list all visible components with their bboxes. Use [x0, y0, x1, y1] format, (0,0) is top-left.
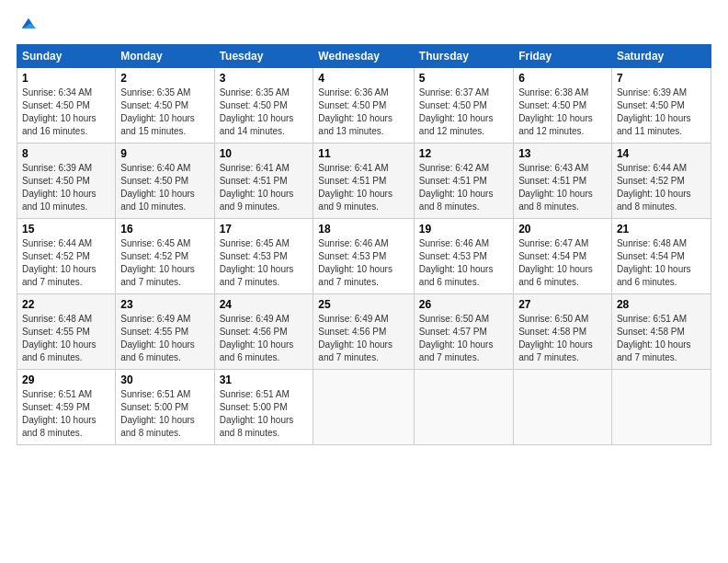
page: SundayMondayTuesdayWednesdayThursdayFrid… — [0, 0, 728, 454]
day-number: 13 — [518, 147, 607, 160]
day-number: 14 — [617, 147, 706, 160]
day-info: Sunrise: 6:43 AMSunset: 4:51 PMDaylight:… — [518, 163, 593, 212]
day-info: Sunrise: 6:39 AMSunset: 4:50 PMDaylight:… — [22, 163, 97, 212]
day-number: 24 — [220, 298, 309, 311]
calendar-cell: 11 Sunrise: 6:41 AMSunset: 4:51 PMDaylig… — [313, 144, 415, 219]
day-info: Sunrise: 6:48 AMSunset: 4:54 PMDaylight:… — [617, 238, 691, 287]
day-info: Sunrise: 6:42 AMSunset: 4:51 PMDaylight:… — [419, 163, 494, 212]
calendar-cell: 20 Sunrise: 6:47 AMSunset: 4:54 PMDaylig… — [514, 219, 612, 294]
day-number: 19 — [419, 223, 508, 236]
day-info: Sunrise: 6:38 AMSunset: 4:50 PMDaylight:… — [518, 87, 593, 136]
day-number: 31 — [220, 373, 309, 386]
day-info: Sunrise: 6:35 AMSunset: 4:50 PMDaylight:… — [120, 87, 195, 136]
day-info: Sunrise: 6:46 AMSunset: 4:53 PMDaylight:… — [419, 238, 494, 287]
calendar-week-2: 8 Sunrise: 6:39 AMSunset: 4:50 PMDayligh… — [17, 144, 711, 219]
calendar-cell — [611, 370, 711, 445]
calendar-header-tuesday: Tuesday — [214, 45, 313, 68]
calendar-week-4: 22 Sunrise: 6:48 AMSunset: 4:55 PMDaylig… — [17, 294, 711, 370]
day-info: Sunrise: 6:47 AMSunset: 4:54 PMDaylight:… — [518, 238, 593, 287]
day-info: Sunrise: 6:44 AMSunset: 4:52 PMDaylight:… — [617, 163, 691, 212]
day-number: 9 — [120, 147, 209, 160]
calendar-cell — [313, 370, 415, 445]
day-number: 30 — [120, 373, 209, 386]
day-number: 16 — [120, 223, 209, 236]
calendar-cell: 8 Sunrise: 6:39 AMSunset: 4:50 PMDayligh… — [17, 144, 116, 219]
calendar-cell: 26 Sunrise: 6:50 AMSunset: 4:57 PMDaylig… — [414, 294, 513, 370]
calendar-cell: 18 Sunrise: 6:46 AMSunset: 4:53 PMDaylig… — [313, 219, 415, 294]
calendar-header-wednesday: Wednesday — [313, 45, 415, 68]
day-info: Sunrise: 6:49 AMSunset: 4:56 PMDaylight:… — [318, 314, 392, 362]
calendar-cell: 9 Sunrise: 6:40 AMSunset: 4:50 PMDayligh… — [116, 144, 214, 219]
calendar-header-friday: Friday — [514, 45, 612, 68]
day-info: Sunrise: 6:39 AMSunset: 4:50 PMDaylight:… — [617, 87, 691, 136]
day-info: Sunrise: 6:48 AMSunset: 4:55 PMDaylight:… — [22, 314, 97, 362]
calendar-header-saturday: Saturday — [611, 45, 711, 68]
day-info: Sunrise: 6:45 AMSunset: 4:53 PMDaylight:… — [220, 238, 294, 287]
calendar-cell: 31 Sunrise: 6:51 AMSunset: 5:00 PMDaylig… — [214, 370, 313, 445]
calendar-body: 1 Sunrise: 6:34 AMSunset: 4:50 PMDayligh… — [17, 68, 711, 445]
day-number: 6 — [518, 72, 607, 85]
calendar-cell: 5 Sunrise: 6:37 AMSunset: 4:50 PMDayligh… — [414, 68, 513, 144]
day-info: Sunrise: 6:50 AMSunset: 4:57 PMDaylight:… — [419, 314, 494, 362]
calendar-cell: 7 Sunrise: 6:39 AMSunset: 4:50 PMDayligh… — [611, 68, 711, 144]
day-info: Sunrise: 6:36 AMSunset: 4:50 PMDaylight:… — [318, 87, 392, 136]
calendar-cell: 27 Sunrise: 6:50 AMSunset: 4:58 PMDaylig… — [514, 294, 612, 370]
day-number: 17 — [220, 223, 309, 236]
day-number: 2 — [120, 72, 209, 85]
calendar-cell — [414, 370, 513, 445]
calendar-table: SundayMondayTuesdayWednesdayThursdayFrid… — [17, 44, 711, 445]
day-number: 1 — [22, 72, 110, 85]
header — [17, 15, 711, 35]
calendar-week-5: 29 Sunrise: 6:51 AMSunset: 4:59 PMDaylig… — [17, 370, 711, 445]
day-number: 12 — [419, 147, 508, 160]
day-info: Sunrise: 6:44 AMSunset: 4:52 PMDaylight:… — [22, 238, 97, 287]
day-number: 22 — [22, 298, 110, 311]
calendar-cell: 2 Sunrise: 6:35 AMSunset: 4:50 PMDayligh… — [116, 68, 214, 144]
calendar-cell: 12 Sunrise: 6:42 AMSunset: 4:51 PMDaylig… — [414, 144, 513, 219]
calendar-cell: 25 Sunrise: 6:49 AMSunset: 4:56 PMDaylig… — [313, 294, 415, 370]
calendar-header-sunday: Sunday — [17, 45, 116, 68]
calendar-cell — [514, 370, 612, 445]
day-info: Sunrise: 6:50 AMSunset: 4:58 PMDaylight:… — [518, 314, 593, 362]
calendar-cell: 21 Sunrise: 6:48 AMSunset: 4:54 PMDaylig… — [611, 219, 711, 294]
calendar-cell: 14 Sunrise: 6:44 AMSunset: 4:52 PMDaylig… — [611, 144, 711, 219]
calendar-cell: 1 Sunrise: 6:34 AMSunset: 4:50 PMDayligh… — [17, 68, 116, 144]
calendar-cell: 30 Sunrise: 6:51 AMSunset: 5:00 PMDaylig… — [116, 370, 214, 445]
calendar-cell: 23 Sunrise: 6:49 AMSunset: 4:55 PMDaylig… — [116, 294, 214, 370]
day-info: Sunrise: 6:41 AMSunset: 4:51 PMDaylight:… — [220, 163, 294, 212]
day-number: 3 — [220, 72, 309, 85]
calendar-cell: 4 Sunrise: 6:36 AMSunset: 4:50 PMDayligh… — [313, 68, 415, 144]
calendar-header-row: SundayMondayTuesdayWednesdayThursdayFrid… — [17, 45, 711, 68]
day-number: 8 — [22, 147, 110, 160]
day-number: 18 — [318, 223, 409, 236]
calendar-cell: 22 Sunrise: 6:48 AMSunset: 4:55 PMDaylig… — [17, 294, 116, 370]
day-number: 26 — [419, 298, 508, 311]
calendar-week-1: 1 Sunrise: 6:34 AMSunset: 4:50 PMDayligh… — [17, 68, 711, 144]
calendar-cell: 29 Sunrise: 6:51 AMSunset: 4:59 PMDaylig… — [17, 370, 116, 445]
day-info: Sunrise: 6:34 AMSunset: 4:50 PMDaylight:… — [22, 87, 97, 136]
day-info: Sunrise: 6:51 AMSunset: 5:00 PMDaylight:… — [120, 389, 195, 438]
calendar-header-thursday: Thursday — [414, 45, 513, 68]
calendar-header-monday: Monday — [116, 45, 214, 68]
day-number: 20 — [518, 223, 607, 236]
calendar-cell: 17 Sunrise: 6:45 AMSunset: 4:53 PMDaylig… — [214, 219, 313, 294]
day-info: Sunrise: 6:49 AMSunset: 4:56 PMDaylight:… — [220, 314, 294, 362]
day-info: Sunrise: 6:45 AMSunset: 4:52 PMDaylight:… — [120, 238, 195, 287]
day-number: 25 — [318, 298, 409, 311]
calendar-week-3: 15 Sunrise: 6:44 AMSunset: 4:52 PMDaylig… — [17, 219, 711, 294]
calendar-cell: 13 Sunrise: 6:43 AMSunset: 4:51 PMDaylig… — [514, 144, 612, 219]
day-number: 28 — [617, 298, 706, 311]
day-info: Sunrise: 6:35 AMSunset: 4:50 PMDaylight:… — [220, 87, 294, 136]
logo-icon — [18, 15, 39, 35]
day-info: Sunrise: 6:46 AMSunset: 4:53 PMDaylight:… — [318, 238, 392, 287]
day-number: 15 — [22, 223, 110, 236]
day-info: Sunrise: 6:51 AMSunset: 5:00 PMDaylight:… — [220, 389, 294, 438]
day-info: Sunrise: 6:40 AMSunset: 4:50 PMDaylight:… — [120, 163, 195, 212]
day-number: 7 — [617, 72, 706, 85]
calendar-cell: 15 Sunrise: 6:44 AMSunset: 4:52 PMDaylig… — [17, 219, 116, 294]
day-number: 5 — [419, 72, 508, 85]
day-info: Sunrise: 6:49 AMSunset: 4:55 PMDaylight:… — [120, 314, 195, 362]
day-info: Sunrise: 6:41 AMSunset: 4:51 PMDaylight:… — [318, 163, 392, 212]
day-number: 4 — [318, 72, 409, 85]
calendar-cell: 6 Sunrise: 6:38 AMSunset: 4:50 PMDayligh… — [514, 68, 612, 144]
